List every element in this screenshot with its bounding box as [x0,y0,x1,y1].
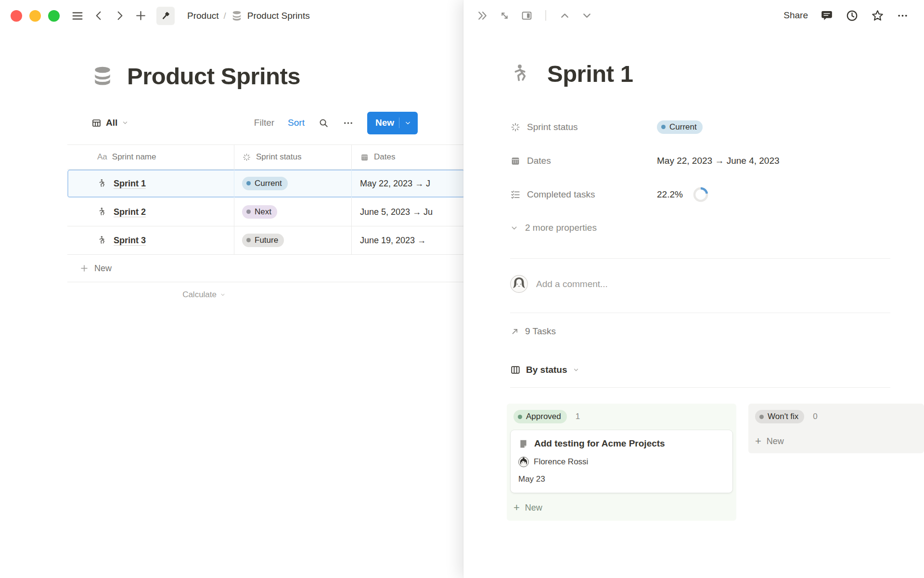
share-button[interactable]: Share [783,10,808,21]
board-card-add-testing[interactable]: Add testing for Acme Projects Florence R… [511,430,732,493]
more-properties-toggle[interactable]: 2 more properties [510,221,597,235]
property-label-text: Dates [527,156,551,166]
new-button[interactable]: New [367,112,418,134]
table-row-sprint-3[interactable]: Sprint 3 Future June 19, 2023 → [67,226,463,255]
card-title: Add testing for Acme Projects [534,438,665,449]
comment-input-placeholder[interactable]: Add a comment... [536,279,608,289]
column-header-sprint-status[interactable]: Sprint status [234,145,352,169]
sprint-page-link[interactable]: Sprint 1 [114,179,146,189]
new-button-divider [399,118,399,128]
board-new-card-button-wont-fix[interactable]: + New [748,430,924,447]
cell-sprint-name[interactable]: Sprint 2 [67,198,234,226]
updates-clock-icon[interactable] [846,9,859,22]
filter-button[interactable]: Filter [254,118,274,128]
cell-sprint-status[interactable]: Future [234,226,352,254]
property-label-dates[interactable]: Dates [510,156,657,166]
property-value-sprint-status[interactable]: Current [657,120,703,134]
comment-composer[interactable]: Add a comment... [510,275,608,293]
sort-button[interactable]: Sort [288,118,305,128]
board-column-header-wont-fix[interactable]: Won't fix 0 [748,404,924,427]
sidebar-toggle-icon[interactable] [71,10,84,22]
sprint-page-link[interactable]: Sprint 2 [114,207,146,217]
more-options-icon[interactable] [897,10,909,22]
favorite-star-icon[interactable] [871,9,884,22]
status-pill-future[interactable]: Future [242,234,284,247]
sprint-page-link[interactable]: Sprint 3 [114,236,146,246]
close-peek-icon[interactable] [476,10,488,22]
more-options-icon[interactable] [343,118,354,129]
text-property-icon: Aa [97,152,107,162]
status-pill-next[interactable]: Next [242,205,277,219]
table-row-sprint-1[interactable]: Sprint 1 Current May 22, 2023 → J [67,170,463,198]
database-title[interactable]: Product Sprints [127,63,300,90]
arrow-up-right-icon [510,327,520,336]
view-tab-all[interactable]: All [91,118,128,128]
database-title-icon[interactable] [91,65,114,87]
chevron-down-icon [510,224,518,232]
table-row-sprint-2[interactable]: Sprint 2 Next June 5, 2023 → Ju [67,198,463,226]
next-page-icon[interactable] [581,10,593,22]
page-title[interactable]: Sprint 1 [547,60,633,87]
column-card-count: 1 [576,412,580,421]
comments-icon[interactable] [821,9,833,22]
breadcrumb-item-product-sprints[interactable]: Product Sprints [247,11,310,21]
status-pill-current[interactable]: Current [657,120,703,134]
board-view-label: By status [526,365,567,375]
expand-page-icon[interactable] [499,10,511,22]
status-property-icon [510,122,521,132]
side-peek-mode-icon[interactable] [521,10,533,22]
sprints-table: Aa Sprint name Sprint status Dates Sprin… [67,144,463,282]
chevron-down-icon [122,119,128,126]
date-property-icon [510,156,521,166]
search-icon[interactable] [318,118,329,129]
board-new-card-button-approved[interactable]: + New [507,497,736,514]
linked-database-tasks-link[interactable]: 9 Tasks [510,325,556,338]
database-icon [231,10,243,22]
new-card-label: New [767,436,784,447]
runner-icon [97,207,108,217]
previous-page-icon[interactable] [559,10,571,22]
board-column-wont-fix: Won't fix 0 + New [748,404,924,453]
cell-dates[interactable]: May 22, 2023 → J [352,170,463,197]
status-pill-wont-fix[interactable]: Won't fix [755,410,804,423]
property-value-completed-tasks[interactable]: 22.2% [657,186,709,203]
breadcrumb-page-icon-hammer[interactable] [156,7,175,25]
calculate-label: Calculate [182,290,217,300]
property-value-dates[interactable]: May 22, 2023 → June 4, 2023 [657,156,780,166]
cell-sprint-status[interactable]: Next [234,198,352,226]
table-new-row-button[interactable]: New [67,255,463,282]
cell-sprint-name[interactable]: Sprint 1 [67,170,234,197]
column-header-dates[interactable]: Dates [352,145,463,169]
nav-forward-icon[interactable] [114,10,125,21]
property-label-completed-tasks[interactable]: Completed tasks [510,189,657,200]
divider [510,313,890,313]
board-view-tab-by-status[interactable]: By status [510,364,579,376]
new-row-label: New [94,263,112,274]
column-header-sprint-name[interactable]: Aa Sprint name [67,145,234,169]
status-label: Won't fix [768,412,798,421]
page-icon-runner[interactable] [510,63,533,85]
chevron-down-icon[interactable] [404,119,411,127]
nav-back-icon[interactable] [93,10,104,21]
status-label: Current [255,179,282,188]
board-column-header-approved[interactable]: Approved 1 [507,404,736,427]
cell-sprint-status[interactable]: Current [234,170,352,197]
minimize-window-button[interactable] [29,10,41,22]
cell-dates[interactable]: June 19, 2023 → [352,226,463,254]
zoom-window-button[interactable] [48,10,60,22]
breadcrumb-item-product[interactable]: Product [187,11,218,21]
status-pill-approved[interactable]: Approved [513,410,567,423]
status-pill-current[interactable]: Current [242,177,288,190]
close-window-button[interactable] [11,10,22,22]
date-range: May 22, 2023 → June 4, 2023 [657,156,780,166]
cell-sprint-name[interactable]: Sprint 3 [67,226,234,254]
property-label-sprint-status[interactable]: Sprint status [510,122,657,132]
chevron-down-icon [220,292,226,298]
card-title-row[interactable]: Add testing for Acme Projects [518,438,725,449]
status-property-icon [242,153,251,162]
calculate-button[interactable]: Calculate [182,290,226,300]
chevron-down-icon [573,367,579,373]
cell-dates[interactable]: June 5, 2023 → Ju [352,198,463,226]
new-page-icon[interactable] [135,10,147,22]
date-range: June 19, 2023 → [360,236,426,246]
